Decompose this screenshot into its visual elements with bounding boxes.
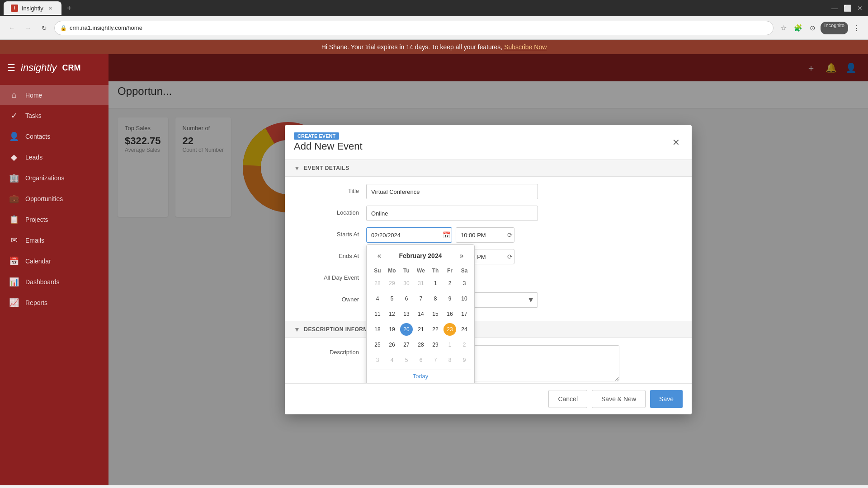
tab-favicon: i <box>11 5 18 12</box>
calendar-today-button[interactable]: Today <box>370 370 471 382</box>
sidebar-item-projects[interactable]: 📋 Projects <box>0 209 108 230</box>
sidebar-item-dashboards[interactable]: 📊 Dashboards <box>0 272 108 292</box>
bookmark-icon[interactable]: ☆ <box>777 22 790 34</box>
window-controls: — ⬜ ✕ <box>830 4 864 13</box>
cal-day-7[interactable]: 7 <box>415 292 427 305</box>
modal-close-button[interactable]: ✕ <box>669 136 683 149</box>
cal-day-1-mar[interactable]: 1 <box>443 338 456 351</box>
close-button[interactable]: ✕ <box>855 4 864 13</box>
subscribe-link[interactable]: Subscribe Now <box>504 43 547 51</box>
tab-close-button[interactable]: ✕ <box>47 5 54 12</box>
cal-day-18[interactable]: 18 <box>371 323 384 336</box>
refresh-button[interactable]: ↻ <box>38 22 51 34</box>
title-input[interactable] <box>366 184 538 199</box>
starts-at-date-input[interactable] <box>366 227 452 243</box>
cal-day-6-mar[interactable]: 6 <box>415 354 427 366</box>
cal-day-23[interactable]: 23 <box>443 323 456 336</box>
sidebar-item-emails[interactable]: ✉ Emails <box>0 230 108 251</box>
cal-day-3-mar[interactable]: 3 <box>371 354 384 366</box>
cal-day-4-mar[interactable]: 4 <box>386 354 398 366</box>
cal-day-17[interactable]: 17 <box>458 308 471 320</box>
calendar-next-button[interactable]: » <box>456 250 467 261</box>
cal-day-20[interactable]: 20 <box>400 323 413 336</box>
cal-day-9-mar[interactable]: 9 <box>458 354 471 366</box>
ends-at-time-clear-button[interactable]: ⟳ <box>507 253 513 260</box>
cal-day-2-mar[interactable]: 2 <box>458 338 471 351</box>
sidebar-item-organizations[interactable]: 🏢 Organizations <box>0 168 108 188</box>
save-button[interactable]: Save <box>650 390 683 408</box>
minimize-button[interactable]: — <box>830 4 839 13</box>
new-tab-button[interactable]: + <box>67 4 72 13</box>
sidebar-item-contacts[interactable]: 👤 Contacts <box>0 126 108 147</box>
sidebar-item-tasks[interactable]: ✓ Tasks <box>0 105 108 126</box>
sidebar-label-leads: Leads <box>25 154 42 161</box>
cal-day-31-jan[interactable]: 31 <box>415 277 427 290</box>
cal-day-14[interactable]: 14 <box>415 308 427 320</box>
cancel-button[interactable]: Cancel <box>548 390 587 408</box>
description-label: Description <box>294 345 366 356</box>
location-field-wrapper <box>366 206 683 221</box>
cal-day-24[interactable]: 24 <box>458 323 471 336</box>
cal-day-28[interactable]: 28 <box>415 338 427 351</box>
cal-day-5-mar[interactable]: 5 <box>400 354 413 366</box>
calendar-grid: Su Mo Tu We Th Fr Sa <box>370 266 472 368</box>
starts-at-time-clear-button[interactable]: ⟳ <box>507 231 513 239</box>
cal-day-6[interactable]: 6 <box>400 292 413 305</box>
cal-day-26[interactable]: 26 <box>386 338 398 351</box>
notification-bar: Hi Shane. Your trial expires in 14 days.… <box>0 40 868 54</box>
cal-day-22[interactable]: 22 <box>429 323 442 336</box>
maximize-button[interactable]: ⬜ <box>843 4 852 13</box>
section-chevron-icon: ▼ <box>294 164 300 172</box>
cal-day-16[interactable]: 16 <box>443 308 456 320</box>
location-input[interactable] <box>366 206 538 221</box>
cal-day-2[interactable]: 2 <box>443 277 456 290</box>
cal-day-7-mar[interactable]: 7 <box>429 354 442 366</box>
cal-day-1[interactable]: 1 <box>429 277 442 290</box>
cal-header-fr: Fr <box>443 266 457 276</box>
projects-icon: 📋 <box>9 215 19 225</box>
sidebar-item-calendar[interactable]: 📅 Calendar <box>0 251 108 272</box>
cal-day-8-mar[interactable]: 8 <box>443 354 456 366</box>
cal-day-12[interactable]: 12 <box>386 308 398 320</box>
sidebar-label-dashboards: Dashboards <box>25 278 60 286</box>
url-bar[interactable]: 🔒 crm.na1.insightly.com/home <box>54 21 774 35</box>
cal-day-9[interactable]: 9 <box>443 292 456 305</box>
sidebar-item-reports[interactable]: 📈 Reports <box>0 292 108 313</box>
organizations-icon: 🏢 <box>9 173 19 183</box>
cal-day-15[interactable]: 15 <box>429 308 442 320</box>
cal-day-3[interactable]: 3 <box>458 277 471 290</box>
hamburger-button[interactable]: ☰ <box>7 62 15 73</box>
forward-button[interactable]: → <box>22 22 34 34</box>
cal-day-19[interactable]: 19 <box>386 323 398 336</box>
cal-day-10[interactable]: 10 <box>458 292 471 305</box>
starts-at-calendar-button[interactable]: 📅 <box>443 231 450 239</box>
cal-day-5[interactable]: 5 <box>386 292 398 305</box>
profile-icon[interactable]: ⊙ <box>806 22 819 34</box>
sidebar-item-opportunities[interactable]: 💼 Opportunities <box>0 188 108 209</box>
cal-day-8[interactable]: 8 <box>429 292 442 305</box>
sidebar-label-tasks: Tasks <box>25 112 42 119</box>
starts-at-time-input[interactable] <box>456 227 514 243</box>
browser-tab[interactable]: i Insightly ✕ <box>4 1 61 15</box>
cal-day-21[interactable]: 21 <box>415 323 427 336</box>
calendar-header: « February 2024 » <box>370 249 471 263</box>
back-button[interactable]: ← <box>5 22 18 34</box>
sidebar-item-leads[interactable]: ◆ Leads <box>0 147 108 168</box>
sidebar: ☰ insightly CRM ⌂ Home ✓ Tasks 👤 Contact… <box>0 54 108 485</box>
cal-day-25[interactable]: 25 <box>371 338 384 351</box>
cal-day-29[interactable]: 29 <box>429 338 442 351</box>
cal-day-28-jan[interactable]: 28 <box>371 277 384 290</box>
sidebar-item-home[interactable]: ⌂ Home <box>0 85 108 105</box>
extensions-icon[interactable]: 🧩 <box>792 22 804 34</box>
calendar-prev-button[interactable]: « <box>374 250 385 261</box>
starts-at-time-group: ⟳ <box>456 227 514 243</box>
cal-day-30-jan[interactable]: 30 <box>400 277 413 290</box>
menu-icon[interactable]: ⋮ <box>850 22 863 34</box>
cal-day-11[interactable]: 11 <box>371 308 384 320</box>
cal-day-4[interactable]: 4 <box>371 292 384 305</box>
cal-day-13[interactable]: 13 <box>400 308 413 320</box>
modal-header: CREATE EVENT Add New Event ✕ <box>285 125 692 160</box>
save-new-button[interactable]: Save & New <box>592 390 646 408</box>
cal-day-29-jan[interactable]: 29 <box>386 277 398 290</box>
cal-day-27[interactable]: 27 <box>400 338 413 351</box>
